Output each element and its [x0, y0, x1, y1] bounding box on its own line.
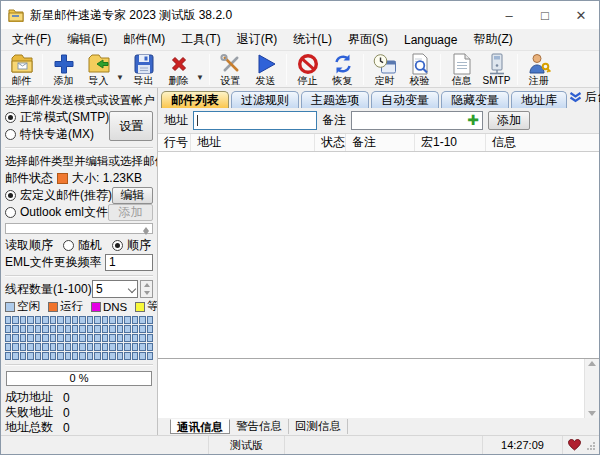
column-header-address[interactable]: 地址 [191, 134, 315, 151]
toolbar-delete-button[interactable]: 删除 [161, 52, 196, 86]
eml-file-combo[interactable] [5, 223, 153, 234]
toolbar-settings-button[interactable]: 设置 [213, 52, 248, 86]
menu-statistics[interactable]: 统计(L) [285, 29, 340, 50]
thread-cell [139, 343, 145, 351]
schedule-icon [373, 52, 397, 75]
toolbar-import-button[interactable]: 导入 [81, 52, 116, 86]
thread-cell [87, 352, 93, 360]
radio-normal-smtp[interactable]: 正常模式(SMTP) [5, 109, 109, 126]
toolbar-add-button[interactable]: 添加 [46, 52, 81, 86]
menu-help[interactable]: 帮助(Z) [465, 29, 520, 50]
thread-count-spinner[interactable] [140, 280, 153, 298]
radio-icon [63, 240, 74, 251]
radio-outlook-eml[interactable]: Outlook eml文件 添加 [5, 204, 153, 221]
thread-cell [50, 316, 56, 324]
toolbar-verify-button[interactable]: 校验 [402, 52, 437, 86]
remark-input[interactable]: ✚ [351, 111, 483, 130]
tab-address-library[interactable]: 地址库 [511, 91, 567, 108]
import-dropdown-caret[interactable]: ▼ [116, 57, 126, 82]
menu-edit[interactable]: 编辑(E) [59, 29, 115, 50]
address-input[interactable] [193, 111, 317, 130]
thread-cell [102, 316, 108, 324]
menu-unsubscribe[interactable]: 退订(R) [229, 29, 286, 50]
menu-interface[interactable]: 界面(S) [340, 29, 396, 50]
toolbar-stop-button[interactable]: 停止 [290, 52, 325, 86]
tab-filter-rules[interactable]: 过滤规则 [231, 91, 299, 108]
read-order-label: 读取顺序 [5, 237, 53, 254]
log-tab-communication[interactable]: 通讯信息 [170, 419, 230, 434]
toolbar-separator [440, 54, 441, 85]
left-panel: 选择邮件发送模式或设置帐户 正常模式(SMTP) 特快专递(MX) 设置 选择邮… [1, 88, 158, 435]
thread-cell [20, 343, 26, 351]
thread-cell [109, 343, 115, 351]
thread-cell [79, 352, 85, 360]
thread-cell [27, 343, 33, 351]
radio-macro-mail[interactable]: 宏定义邮件(推荐) 编辑 [5, 187, 153, 204]
menu-mail[interactable]: 邮件(M) [115, 29, 173, 50]
eml-combo-spinner[interactable] [140, 225, 151, 232]
close-button[interactable]: ✕ [563, 1, 599, 29]
resize-grip[interactable] [586, 441, 595, 450]
thread-cell [87, 334, 93, 342]
thread-cell [5, 316, 11, 324]
radio-icon [112, 240, 123, 251]
toolbar-send-button[interactable]: 发送 [248, 52, 283, 86]
thread-cell [57, 334, 63, 342]
add-address-button[interactable]: 添加 [488, 111, 530, 130]
total-count-row: 地址总数 0 [5, 420, 153, 435]
toolbar-mail-button[interactable]: 邮件 [4, 52, 39, 86]
menu-language[interactable]: Language [396, 31, 465, 49]
thread-cell [20, 316, 26, 324]
settings-button[interactable]: 设置 [109, 111, 153, 141]
thread-cell [117, 316, 123, 324]
background-run-toggle[interactable]: 后台运行 [569, 89, 600, 108]
menu-tools[interactable]: 工具(T) [173, 29, 228, 50]
tab-mail-list[interactable]: 邮件列表 [161, 91, 229, 108]
radio-sequence[interactable]: 顺序 [112, 236, 151, 254]
toolbar-register-button[interactable]: 注册 [521, 52, 556, 86]
add-remark-plus-icon[interactable]: ✚ [467, 112, 479, 129]
toolbar-schedule-button[interactable]: 定时 [367, 52, 402, 86]
thread-cell [72, 325, 78, 333]
radio-random[interactable]: 随机 [63, 236, 102, 254]
column-header-remark[interactable]: 备注 [346, 134, 415, 151]
status-version: 测试版 [209, 436, 285, 454]
radio-express-mx[interactable]: 特快专递(MX) [5, 126, 109, 143]
log-tab-warning[interactable]: 警告信息 [230, 419, 289, 434]
log-scrollbar[interactable] [584, 359, 599, 418]
eml-frequency-input[interactable]: 1 [105, 254, 153, 271]
mail-list-table-body[interactable] [158, 152, 599, 358]
status-cell-right [563, 436, 599, 454]
column-header-macro[interactable]: 宏1-10 [415, 134, 486, 151]
thread-cell [102, 352, 108, 360]
tab-subject-options[interactable]: 主题选项 [301, 91, 369, 108]
tab-auto-variables[interactable]: 自动变量 [371, 91, 439, 108]
scroll-up-icon[interactable] [588, 361, 596, 366]
thread-cell [50, 325, 56, 333]
menu-file[interactable]: 文件(F) [4, 29, 59, 50]
scroll-down-icon[interactable] [588, 411, 596, 416]
total-count-value: 0 [63, 421, 70, 435]
toolbar-smtp-button[interactable]: SMTP [479, 52, 514, 86]
resume-icon [332, 52, 354, 75]
success-count-row: 成功地址 0 [5, 390, 153, 405]
column-header-row-number[interactable]: 行号 [158, 134, 191, 151]
minimize-button[interactable]: – [491, 1, 527, 29]
delete-dropdown-caret[interactable]: ▼ [196, 57, 206, 82]
toolbar-resume-button[interactable]: 恢复 [325, 52, 360, 86]
log-text[interactable] [158, 359, 584, 418]
toolbar-info-button[interactable]: 信息 [444, 52, 479, 86]
maximize-button[interactable]: □ [527, 1, 563, 29]
column-header-info[interactable]: 信息 [486, 134, 599, 151]
thread-cell [102, 334, 108, 342]
toolbar-export-button[interactable]: 导出 [126, 52, 161, 86]
thread-count-combo[interactable]: 5 [92, 280, 138, 298]
radio-icon [5, 190, 16, 201]
log-tab-feedback[interactable]: 回测信息 [289, 419, 348, 434]
tab-hidden-variables[interactable]: 隐藏变量 [441, 91, 509, 108]
edit-button[interactable]: 编辑 [112, 187, 153, 204]
app-window: 新星邮件速递专家 2023 测试版 38.2.0 – □ ✕ 文件(F) 编辑(… [0, 0, 600, 455]
thread-cell [5, 343, 11, 351]
content-area: 选择邮件发送模式或设置帐户 正常模式(SMTP) 特快专递(MX) 设置 选择邮… [1, 88, 599, 435]
column-header-status[interactable]: 状态 [315, 134, 346, 151]
